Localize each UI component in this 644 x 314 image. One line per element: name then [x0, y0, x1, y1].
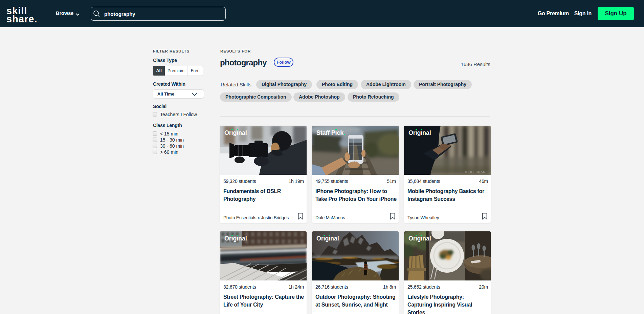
svg-text:SKILLSHARE: SKILLSHARE [465, 170, 488, 174]
